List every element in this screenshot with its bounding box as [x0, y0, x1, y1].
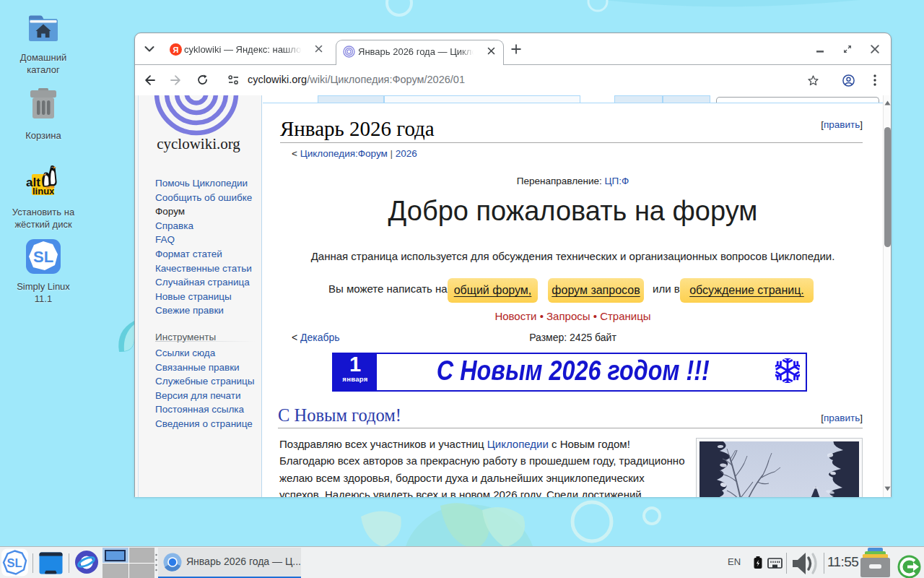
- svg-text:SL: SL: [33, 248, 53, 266]
- svg-text:linux: linux: [32, 186, 55, 196]
- svg-text:SL: SL: [7, 556, 22, 569]
- svg-text:Я: Я: [173, 46, 179, 54]
